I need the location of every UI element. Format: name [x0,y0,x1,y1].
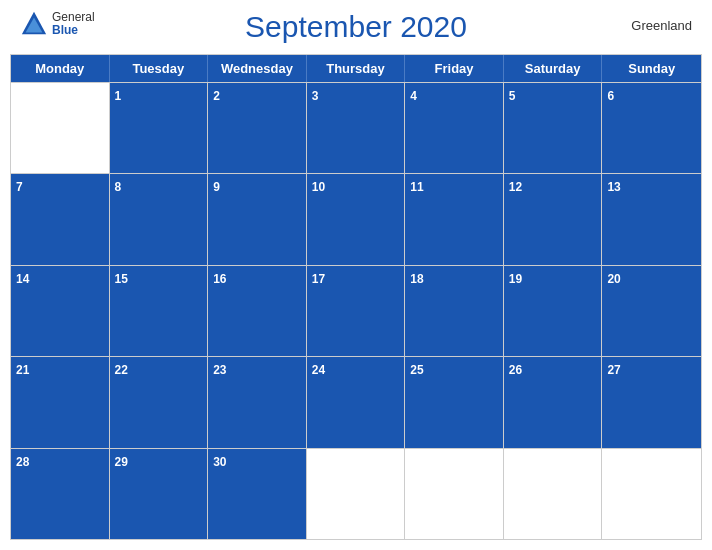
day-27: 27 [602,357,701,447]
region-label: Greenland [631,18,692,33]
day-21: 21 [11,357,110,447]
weekday-wednesday: Wednesday [208,55,307,82]
day-23: 23 [208,357,307,447]
day-empty [11,83,110,173]
calendar-header: General Blue September 2020 Greenland [0,0,712,54]
day-12: 12 [504,174,603,264]
day-17: 17 [307,266,406,356]
weekday-monday: Monday [11,55,110,82]
week-1: 1 2 3 4 5 6 [11,82,701,173]
day-empty-4 [602,449,701,539]
day-9: 9 [208,174,307,264]
day-16: 16 [208,266,307,356]
day-18: 18 [405,266,504,356]
day-26: 26 [504,357,603,447]
day-28: 28 [11,449,110,539]
day-30: 30 [208,449,307,539]
day-20: 20 [602,266,701,356]
logo-text: General Blue [52,11,95,37]
day-1: 1 [110,83,209,173]
day-14: 14 [11,266,110,356]
week-4: 21 22 23 24 25 26 27 [11,356,701,447]
day-13: 13 [602,174,701,264]
calendar-weeks: 1 2 3 4 5 6 7 8 9 10 11 12 13 14 15 16 1… [11,82,701,539]
logo-icon [20,10,48,38]
calendar: Monday Tuesday Wednesday Thursday Friday… [10,54,702,540]
weekday-tuesday: Tuesday [110,55,209,82]
day-2: 2 [208,83,307,173]
day-4: 4 [405,83,504,173]
weekday-friday: Friday [405,55,504,82]
weekday-saturday: Saturday [504,55,603,82]
day-10: 10 [307,174,406,264]
day-25: 25 [405,357,504,447]
day-29: 29 [110,449,209,539]
day-empty-3 [504,449,603,539]
weekday-thursday: Thursday [307,55,406,82]
day-empty-1 [307,449,406,539]
day-22: 22 [110,357,209,447]
day-8: 8 [110,174,209,264]
day-7: 7 [11,174,110,264]
weekday-sunday: Sunday [602,55,701,82]
day-5: 5 [504,83,603,173]
day-19: 19 [504,266,603,356]
page-title: September 2020 [245,10,467,44]
day-3: 3 [307,83,406,173]
weekdays-row: Monday Tuesday Wednesday Thursday Friday… [11,55,701,82]
day-15: 15 [110,266,209,356]
logo-blue-text: Blue [52,24,95,37]
day-11: 11 [405,174,504,264]
day-empty-2 [405,449,504,539]
logo: General Blue [20,10,95,38]
day-6: 6 [602,83,701,173]
day-24: 24 [307,357,406,447]
week-2: 7 8 9 10 11 12 13 [11,173,701,264]
week-3: 14 15 16 17 18 19 20 [11,265,701,356]
week-5: 28 29 30 [11,448,701,539]
